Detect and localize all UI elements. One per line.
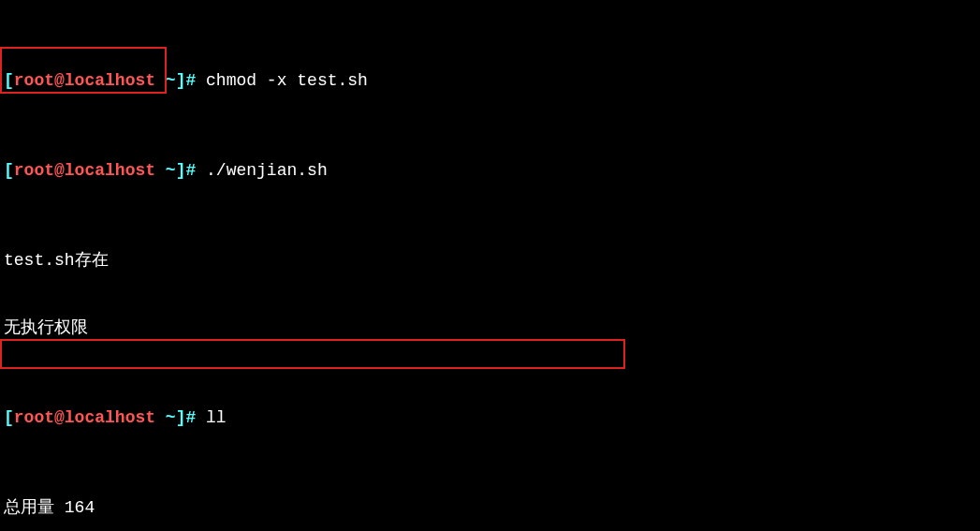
output-text: test.sh存在	[4, 251, 109, 270]
cmd-ll-text: ll	[206, 408, 227, 427]
output-text: 无执行权限	[4, 318, 88, 337]
cmd-run-text: ./wenjian.sh	[206, 161, 328, 180]
cmd-line-chmod: [root@localhost ~]# chmod -x test.sh	[4, 69, 976, 92]
prompt-userhost: root@localhost	[14, 161, 155, 180]
cmd-line-ll: [root@localhost ~]# ll	[4, 406, 976, 429]
prompt-open: [	[4, 71, 14, 90]
cmd-line-run: [root@localhost ~]# ./wenjian.sh	[4, 159, 976, 182]
terminal[interactable]: [root@localhost ~]# chmod -x test.sh [ro…	[0, 0, 980, 531]
cmd-chmod-text: chmod -x test.sh	[206, 71, 368, 90]
total-line: 总用量 164	[4, 496, 976, 519]
prompt-close: ]#	[176, 71, 206, 90]
script-output-line1: test.sh存在	[4, 249, 976, 272]
prompt-cwd: ~	[155, 408, 176, 427]
prompt-userhost: root@localhost	[14, 408, 155, 427]
prompt-close: ]#	[176, 408, 206, 427]
prompt-cwd: ~	[155, 71, 176, 90]
total-text: 总用量 164	[4, 498, 95, 517]
prompt-close: ]#	[176, 161, 206, 180]
prompt-userhost: root@localhost	[14, 71, 155, 90]
prompt-open: [	[4, 161, 14, 180]
prompt-cwd: ~	[155, 161, 176, 180]
prompt-open: [	[4, 408, 14, 427]
script-output-line2: 无执行权限	[4, 317, 976, 339]
